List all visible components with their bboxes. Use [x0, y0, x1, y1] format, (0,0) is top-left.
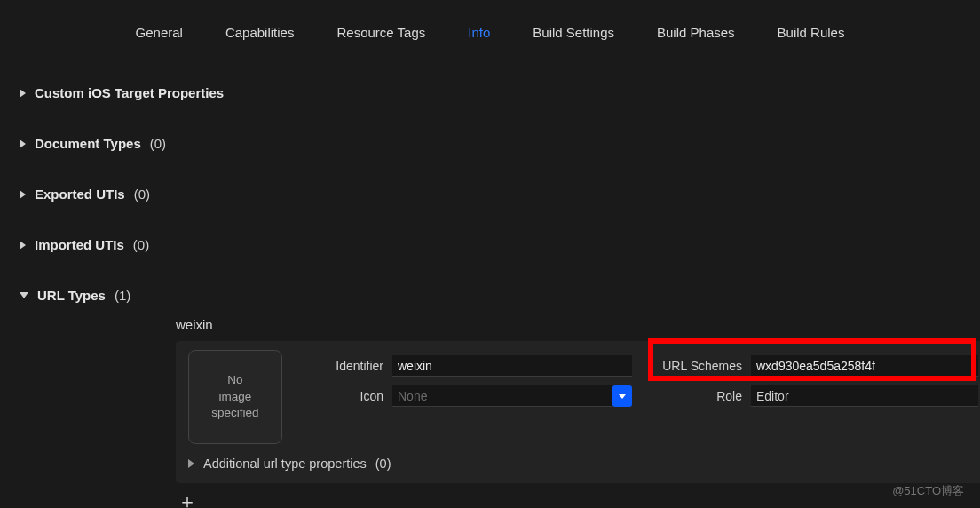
section-count: (0)	[133, 237, 149, 252]
section-label: Document Types	[35, 136, 141, 151]
tab-capabilities[interactable]: Capabilities	[225, 25, 295, 40]
add-url-type-button[interactable]: ＋	[178, 488, 960, 508]
url-schemes-label: URL Schemes	[653, 359, 742, 373]
section-count: (1)	[115, 288, 130, 303]
tab-general[interactable]: General	[136, 25, 183, 40]
section-count: (0)	[134, 187, 150, 202]
section-label: Custom iOS Target Properties	[35, 85, 224, 100]
icon-combo-button[interactable]	[612, 385, 632, 407]
section-exported-utis[interactable]: Exported UTIs (0)	[20, 187, 960, 202]
tab-build-phases[interactable]: Build Phases	[657, 25, 735, 40]
additional-count: (0)	[375, 456, 391, 471]
disclosure-right-icon	[20, 190, 26, 199]
sections-container: Custom iOS Target Properties Document Ty…	[0, 60, 980, 508]
role-combo[interactable]: Editor	[751, 385, 978, 407]
section-count: (0)	[150, 136, 166, 151]
disclosure-right-icon	[20, 89, 26, 98]
additional-label: Additional url type properties	[203, 456, 367, 471]
section-label: URL Types	[37, 288, 106, 303]
url-types-detail: weixin No image specified Identifier Ico…	[176, 317, 960, 508]
tab-build-settings[interactable]: Build Settings	[533, 25, 614, 40]
section-url-types[interactable]: URL Types (1)	[20, 288, 960, 303]
disclosure-right-icon	[20, 139, 26, 148]
section-label: Exported UTIs	[35, 187, 125, 202]
tab-bar: General Capabilities Resource Tags Info …	[0, 0, 980, 60]
icon-combo[interactable]: None	[392, 385, 612, 407]
section-label: Imported UTIs	[35, 237, 124, 252]
section-imported-utis[interactable]: Imported UTIs (0)	[20, 237, 960, 252]
role-label: Role	[653, 389, 742, 403]
disclosure-down-icon	[20, 292, 28, 298]
tab-resource-tags[interactable]: Resource Tags	[336, 25, 425, 40]
chevron-down-icon	[619, 394, 626, 399]
url-schemes-field[interactable]	[751, 355, 978, 377]
identifier-field[interactable]	[392, 355, 632, 377]
image-well[interactable]: No image specified	[188, 350, 282, 444]
section-custom-ios-target-properties[interactable]: Custom iOS Target Properties	[20, 85, 960, 100]
icon-label: Icon	[304, 389, 383, 403]
disclosure-right-icon	[188, 459, 194, 468]
url-type-name: weixin	[176, 317, 960, 332]
additional-url-type-properties[interactable]: Additional url type properties (0)	[188, 456, 978, 471]
identifier-label: Identifier	[304, 359, 383, 373]
disclosure-right-icon	[20, 241, 26, 250]
section-document-types[interactable]: Document Types (0)	[20, 136, 960, 151]
tab-build-rules[interactable]: Build Rules	[778, 25, 845, 40]
watermark: @51CTO博客	[892, 483, 964, 499]
url-type-panel: No image specified Identifier Icon None	[176, 341, 980, 483]
tab-info[interactable]: Info	[468, 25, 490, 40]
image-well-placeholder: No image specified	[211, 372, 258, 423]
